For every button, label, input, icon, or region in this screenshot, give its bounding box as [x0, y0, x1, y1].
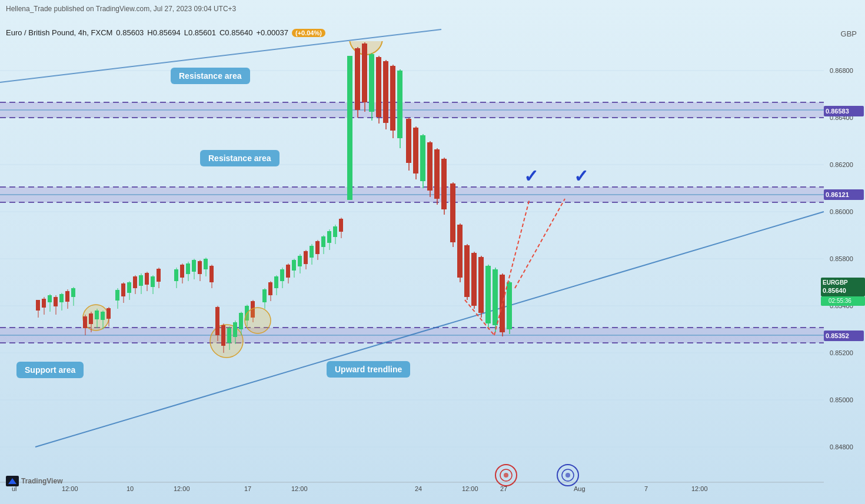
svg-text:Aug: Aug — [574, 485, 585, 492]
svg-rect-55 — [127, 282, 131, 293]
svg-text:0.85800: 0.85800 — [830, 255, 853, 262]
svg-rect-152 — [441, 159, 447, 209]
svg-rect-51 — [115, 290, 119, 301]
svg-rect-146 — [420, 135, 425, 181]
svg-rect-1 — [0, 0, 865, 504]
svg-rect-59 — [139, 275, 143, 286]
svg-rect-105 — [286, 265, 290, 278]
svg-text:12:00: 12:00 — [62, 485, 78, 492]
chart-container: Hellena_Trade published on TradingView.c… — [0, 0, 865, 504]
svg-rect-166 — [493, 269, 498, 325]
price-low: L0.85601 — [184, 28, 216, 37]
svg-point-66 — [210, 325, 243, 358]
svg-rect-107 — [292, 260, 296, 271]
svg-rect-70 — [180, 265, 184, 278]
svg-rect-97 — [262, 289, 267, 302]
svg-rect-170 — [507, 282, 512, 329]
price-close: C0.85640 — [219, 28, 252, 37]
svg-rect-49 — [107, 308, 111, 319]
svg-text:24: 24 — [415, 485, 422, 492]
svg-rect-36 — [65, 291, 69, 302]
svg-rect-123 — [339, 219, 343, 232]
svg-rect-162 — [478, 257, 484, 313]
svg-rect-76 — [198, 261, 202, 274]
change-pct: (+0.04%) — [292, 29, 325, 37]
svg-rect-99 — [268, 282, 272, 295]
svg-rect-148 — [427, 142, 432, 191]
svg-rect-63 — [151, 276, 155, 287]
svg-text:0.85352: 0.85352 — [826, 332, 849, 339]
svg-rect-28 — [42, 299, 46, 308]
svg-rect-72 — [186, 263, 190, 274]
svg-text:7: 7 — [644, 485, 648, 492]
svg-rect-119 — [327, 231, 331, 243]
svg-text:0.85640: 0.85640 — [823, 287, 846, 294]
svg-text:✓: ✓ — [574, 166, 588, 186]
svg-rect-53 — [121, 283, 125, 296]
svg-rect-43 — [89, 313, 93, 324]
svg-text:27: 27 — [500, 485, 507, 492]
svg-rect-74 — [192, 260, 196, 272]
svg-rect-41 — [83, 316, 87, 328]
svg-rect-34 — [59, 294, 64, 302]
svg-rect-154 — [450, 183, 455, 242]
chart-svg: 0.86800 0.86400 0.86200 0.86000 0.85800 … — [0, 0, 865, 504]
svg-text:0.86000: 0.86000 — [830, 208, 853, 215]
svg-point-198 — [504, 473, 508, 478]
svg-rect-134 — [376, 57, 381, 117]
svg-rect-82 — [215, 307, 219, 335]
change-abs: +0.00037 — [256, 28, 288, 37]
svg-rect-45 — [95, 311, 99, 319]
tradingview-logo: TradingView — [6, 476, 62, 486]
svg-rect-65 — [157, 269, 161, 282]
svg-rect-138 — [390, 66, 395, 131]
svg-text:12:00: 12:00 — [462, 485, 478, 492]
svg-rect-117 — [321, 236, 325, 247]
svg-rect-125 — [347, 56, 352, 200]
svg-text:0.86800: 0.86800 — [830, 67, 853, 74]
svg-text:0.84800: 0.84800 — [830, 443, 853, 450]
svg-text:0.85000: 0.85000 — [830, 396, 853, 403]
resistance-area-mid-label: Resistance area — [200, 150, 280, 166]
svg-rect-68 — [174, 269, 178, 281]
svg-rect-132 — [369, 54, 374, 112]
svg-text:0.86583: 0.86583 — [826, 108, 849, 115]
svg-text:10: 10 — [127, 485, 134, 492]
publication-info: Hellena_Trade published on TradingView.c… — [6, 5, 236, 13]
svg-rect-80 — [209, 266, 214, 282]
svg-rect-101 — [274, 276, 278, 288]
svg-rect-160 — [471, 253, 477, 306]
svg-rect-78 — [204, 259, 208, 269]
resistance-area-top-label: Resistance area — [171, 68, 250, 84]
svg-rect-30 — [48, 295, 52, 302]
svg-rect-84 — [221, 325, 225, 346]
trendline-label: Upward trendline — [327, 361, 410, 378]
svg-rect-109 — [298, 256, 302, 266]
svg-rect-47 — [101, 312, 105, 320]
svg-text:0.86121: 0.86121 — [826, 191, 849, 198]
svg-rect-113 — [310, 246, 314, 258]
tradingview-text: TradingView — [21, 477, 62, 485]
svg-text:02:55:36: 02:55:36 — [829, 298, 851, 304]
currency-label: GBP — [841, 29, 857, 38]
svg-text:12:00: 12:00 — [691, 485, 708, 492]
svg-text:12:00: 12:00 — [291, 485, 308, 492]
svg-point-201 — [565, 473, 570, 478]
svg-rect-90 — [239, 313, 243, 329]
price-high: H0.85694 — [147, 28, 180, 37]
pair-name: Euro / British Pound, 4h, FXCM — [6, 28, 112, 37]
support-area-label: Support area — [16, 362, 84, 378]
svg-rect-142 — [406, 119, 411, 163]
svg-rect-32 — [54, 297, 58, 306]
svg-text:0.86200: 0.86200 — [830, 161, 853, 168]
svg-rect-128 — [355, 48, 360, 110]
svg-text:17: 17 — [244, 485, 251, 492]
svg-point-95 — [245, 308, 271, 333]
svg-rect-144 — [413, 128, 418, 173]
svg-rect-86 — [227, 328, 231, 343]
svg-rect-103 — [280, 269, 284, 281]
svg-text:0.85200: 0.85200 — [830, 349, 853, 356]
svg-rect-136 — [383, 61, 388, 123]
svg-rect-164 — [485, 266, 491, 323]
price-open: 0.85603 — [116, 28, 144, 37]
